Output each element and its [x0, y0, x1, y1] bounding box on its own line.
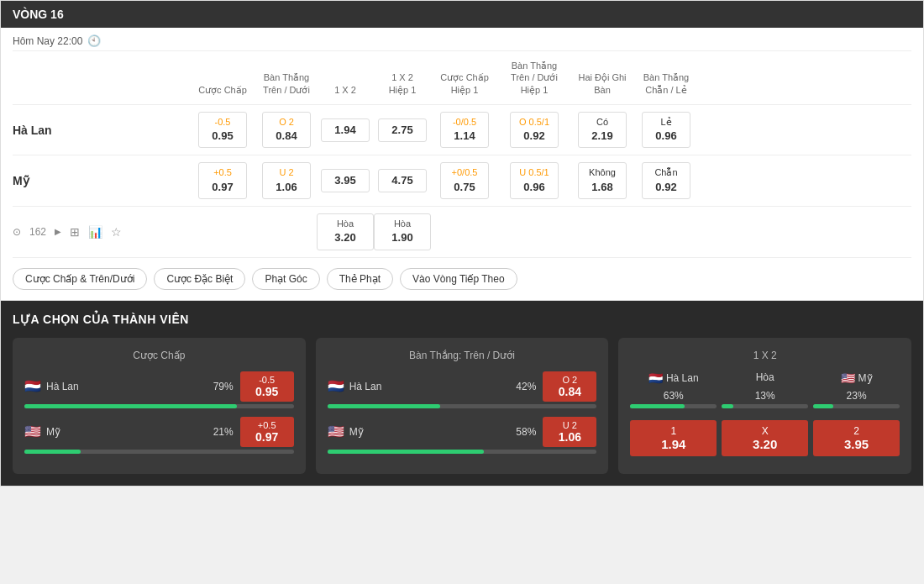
x12-team1-pct: 63% — [630, 390, 717, 402]
ha-lan-row: Hà Lan -0.5 0.95 O 2 0.84 1.94 — [13, 105, 911, 156]
my-ban-h1[interactable]: U 0.5/1 0.96 — [498, 162, 570, 199]
ha-lan-flag-1: 🇳🇱 — [24, 378, 41, 394]
card1-team1-bar — [24, 404, 294, 408]
x12-team2: 🇺🇸 Mỹ — [813, 371, 900, 385]
my-row: Mỹ +0.5 0.97 U 2 1.06 3.95 4.75 — [13, 155, 911, 207]
card1-team1-odds[interactable]: -0.5 0.95 — [240, 371, 294, 402]
my-flag-3: 🇺🇸 — [841, 371, 855, 385]
col-cuoc-chap: Cược Chấp — [189, 79, 256, 101]
tab-cuoc-chap[interactable]: Cược Chấp & Trên/Dưới — [13, 268, 147, 290]
member-section: LỰA CHỌN CỦA THÀNH VIÊN Cược Chấp 🇳🇱 Hà … — [1, 301, 923, 486]
ha-lan-flag-2: 🇳🇱 — [328, 378, 344, 394]
ha-lan-ban-thang[interactable]: O 2 0.84 — [256, 112, 317, 149]
x12-pct-row: 63% 13% 23% — [630, 390, 900, 415]
card-cuoc-chap: Cược Chấp 🇳🇱 Hà Lan 79% -0.5 0.95 🇺🇸 Mỹ — [13, 338, 306, 474]
x12-team2-label: Mỹ — [858, 372, 873, 384]
card1-team2-label: Mỹ — [46, 426, 213, 438]
x12-team1: 🇳🇱 Hà Lan — [630, 371, 717, 385]
card-ban-thang: Bàn Thắng: Trên / Dưới 🇳🇱 Hà Lan 42% O 2… — [316, 338, 609, 474]
x12-bar2-bg — [813, 404, 900, 408]
x12-mid-odds[interactable]: X 3.20 — [722, 420, 808, 456]
filter-tabs-container: Cược Chấp & Trên/Dưới Cược Đặc Biệt Phạt… — [1, 258, 923, 301]
col-cuoc-h1: Cược Chấp Hiệp 1 — [431, 66, 498, 101]
star-icon[interactable]: ☆ — [111, 225, 122, 239]
x12-mid: Hòa — [722, 371, 808, 385]
ha-lan-cuoc-chap[interactable]: -0.5 0.95 — [189, 112, 256, 149]
card2-team1-odds[interactable]: O 2 0.84 — [543, 371, 596, 402]
card-cuoc-chap-title: Cược Chấp — [24, 350, 294, 361]
card1-team1-pct: 79% — [213, 381, 234, 392]
col-1x2: 1 X 2 — [317, 79, 374, 101]
x12-mid-label: Hòa — [722, 371, 808, 383]
col-ban-thang: Bàn Thắng Trên / Dưới — [256, 66, 317, 101]
card-1x2: 1 X 2 🇳🇱 Hà Lan Hòa 🇺🇸 M — [618, 338, 911, 474]
grid-icon[interactable]: ⊞ — [70, 225, 80, 239]
my-flag-2: 🇺🇸 — [328, 424, 344, 439]
ha-lan-hai-doi[interactable]: Có 2.19 — [570, 112, 634, 149]
tab-cuoc-dac-biet[interactable]: Cược Đặc Biệt — [154, 268, 245, 290]
card2-team1-bar — [328, 404, 597, 408]
card2-team2-bar — [328, 450, 597, 454]
x12-odds-row: 1 1.94 X 3.20 2 3.95 — [630, 420, 900, 456]
my-cuoc-chap[interactable]: +0.5 0.97 — [189, 162, 256, 199]
round-header: VÒNG 16 — [1, 1, 923, 28]
member-cards: Cược Chấp 🇳🇱 Hà Lan 79% -0.5 0.95 🇺🇸 Mỹ — [13, 338, 911, 474]
ha-lan-name: Hà Lan — [13, 124, 189, 137]
card2-team2-odds[interactable]: U 2 1.06 — [543, 417, 596, 447]
col-1x2-h1: 1 X 2 Hiệp 1 — [374, 66, 431, 101]
my-name: Mỹ — [13, 174, 189, 187]
x12-mid-pct: 13% — [722, 390, 808, 402]
x12-teams-row: 🇳🇱 Hà Lan Hòa 🇺🇸 Mỹ — [630, 371, 900, 385]
card1-team2-odds[interactable]: +0.5 0.97 — [240, 417, 294, 447]
card2-team1-pct: 42% — [516, 381, 536, 392]
my-cuoc-h1[interactable]: +0/0.5 0.75 — [431, 162, 498, 199]
draw-1x2-h1[interactable]: Hòa 1.90 — [374, 213, 431, 250]
x12-team1-odds[interactable]: 1 1.94 — [630, 420, 717, 456]
my-1x2-h1[interactable]: 4.75 — [374, 169, 431, 192]
card2-team1-label: Hà Lan — [349, 381, 517, 392]
ha-lan-ban-h1[interactable]: O 0.5/1 0.92 — [498, 112, 570, 149]
card1-team1-label: Hà Lan — [46, 381, 213, 392]
clock-icon: 🕙 — [87, 34, 101, 47]
card-1x2-title: 1 X 2 — [630, 350, 900, 361]
tab-the-phat[interactable]: Thẻ Phạt — [327, 268, 393, 290]
circle-icon: ⊙ — [13, 226, 21, 238]
col-ban-h1: Bàn Thắng Trên / Dưới Hiệp 1 — [498, 55, 570, 101]
member-title: LỰA CHỌN CỦA THÀNH VIÊN — [13, 313, 911, 326]
tab-phat-goc[interactable]: Phạt Góc — [252, 268, 319, 290]
col-hai-doi: Hai Đội Ghi Bàn — [570, 66, 634, 101]
x12-bar-mid-bg — [722, 404, 808, 408]
ha-lan-1x2[interactable]: 1.94 — [317, 118, 374, 142]
my-hai-doi[interactable]: Không 1.68 — [570, 162, 634, 199]
count-label: 162 — [29, 226, 46, 238]
arrow-right-icon: ▶ — [55, 227, 61, 236]
card-ban-thang-title: Bàn Thắng: Trên / Dưới — [328, 350, 597, 361]
col-chan-le: Bàn Thắng Chẵn / Lẻ — [634, 66, 698, 101]
x12-team1-label: Hà Lan — [666, 372, 699, 384]
ha-lan-chan-le[interactable]: Lẻ 0.96 — [634, 112, 698, 149]
my-chan-le[interactable]: Chẵn 0.92 — [634, 162, 698, 199]
card1-team2-bar — [24, 450, 294, 454]
x12-team2-odds[interactable]: 2 3.95 — [813, 420, 900, 456]
x12-team2-pct: 23% — [813, 390, 900, 402]
ha-lan-1x2-h1[interactable]: 2.75 — [374, 118, 431, 142]
card1-team2-pct: 21% — [213, 426, 234, 438]
ha-lan-flag-3: 🇳🇱 — [648, 371, 663, 385]
my-ban-thang[interactable]: U 2 1.06 — [256, 162, 317, 199]
match-time: Hôm Nay 22:00 — [13, 35, 82, 47]
x12-bar1-bg — [630, 404, 717, 408]
card2-team2-pct: 58% — [516, 426, 536, 438]
card2-team2-label: Mỹ — [349, 426, 517, 438]
ha-lan-cuoc-h1[interactable]: -0/0.5 1.14 — [431, 112, 498, 149]
draw-1x2[interactable]: Hòa 3.20 — [317, 213, 374, 250]
bar-chart-icon[interactable]: 📊 — [88, 225, 102, 239]
tab-vao-vong[interactable]: Vào Vòng Tiếp Theo — [400, 268, 517, 290]
my-flag-1: 🇺🇸 — [24, 424, 41, 439]
my-1x2[interactable]: 3.95 — [317, 169, 374, 192]
